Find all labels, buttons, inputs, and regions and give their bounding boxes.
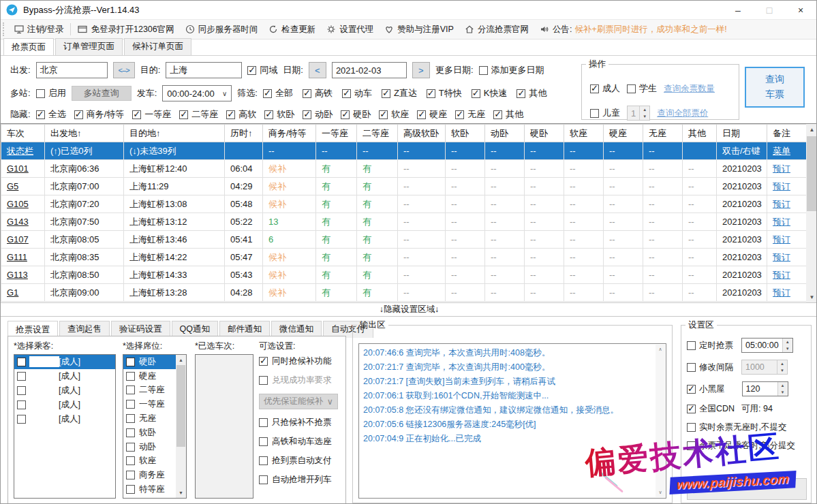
proxy-settings-button[interactable]: 设置代理	[321, 24, 379, 35]
multi-enable-checkbox[interactable]: 启用	[36, 87, 66, 99]
scroll-down-icon[interactable]: ▼	[176, 488, 186, 498]
tab-order-manage-page[interactable]: 订单管理页面	[55, 38, 123, 55]
train-number-link[interactable]: G113	[7, 270, 28, 280]
spin-down-icon[interactable]: ▼	[640, 113, 649, 120]
adult-checkbox[interactable]: 成人	[590, 82, 620, 95]
train-number-link[interactable]: G5	[7, 181, 18, 191]
book-link[interactable]: 预订	[773, 217, 790, 227]
table-row[interactable]: G5北京南07:00上海11:2904:29候补有有--------------…	[1, 178, 807, 195]
dest-input[interactable]: 上海	[166, 62, 242, 78]
filter-checkbox[interactable]: Z直达	[382, 87, 417, 99]
blackroom-stepper[interactable]: 120▲▼	[742, 381, 788, 396]
passenger-item[interactable]: [成人]	[14, 398, 115, 412]
table-header-row[interactable]: 车次出发地↑目的地↑历时↑商务/特等一等座二等座高级软卧软卧动卧硬卧软座硬座无座…	[1, 125, 807, 142]
seat-item[interactable]: 硬座	[123, 369, 176, 383]
book-link[interactable]: 预订	[773, 199, 790, 209]
option-checkbox[interactable]: 兑现成功率要求	[259, 375, 343, 386]
column-header[interactable]: 商务/特等	[263, 125, 316, 142]
spin-down-icon[interactable]: ▼	[778, 389, 788, 396]
column-header[interactable]: 其他	[683, 125, 717, 142]
column-header[interactable]: 硬座	[604, 125, 643, 142]
column-header[interactable]: 车次	[1, 125, 45, 142]
priority-waitlist-select[interactable]: 优先保证能候补∨	[259, 394, 338, 409]
scroll-down-icon[interactable]: ▼	[806, 292, 817, 303]
hide-checkbox[interactable]: 硬座	[417, 108, 447, 121]
seat-item[interactable]: 软座	[123, 454, 176, 469]
open-12306-button[interactable]: 免登录打开12306官网	[72, 24, 179, 35]
seat-item[interactable]: 软卧	[123, 426, 176, 440]
filter-checkbox[interactable]: 高铁	[303, 87, 333, 99]
table-row[interactable]: G101北京南06:36上海虹桥12:4006:04候补有有----------…	[1, 160, 807, 178]
official-site-button[interactable]: 分流抢票官网	[459, 24, 534, 35]
seat-item[interactable]: 特等座	[123, 482, 176, 497]
table-row[interactable]: G143北京南07:50上海虹桥13:1205:2213有有----------…	[1, 213, 807, 231]
timed-grab-time-stepper[interactable]: 05:00:00▲▼	[741, 338, 793, 353]
check-update-button[interactable]: 检查更新	[263, 24, 321, 35]
interval-stepper[interactable]: 1000▲▼	[741, 360, 788, 375]
table-scrollbar[interactable]: ▲ ▼	[806, 124, 817, 303]
close-button[interactable]: ×	[785, 1, 816, 20]
scroll-up-icon[interactable]: ∧	[656, 345, 665, 354]
date-input[interactable]: 2021-02-03	[332, 62, 407, 78]
seat-item[interactable]: 商务座	[123, 468, 176, 482]
tab-grab-ticket-page[interactable]: 抢票页面	[3, 38, 54, 56]
column-header[interactable]: 软座	[564, 125, 604, 142]
time-range-select[interactable]: 00:00-24:00∨	[162, 85, 232, 101]
sponsor-vip-button[interactable]: 赞助与注册VIP	[379, 24, 459, 35]
scroll-up-icon[interactable]: ▲	[806, 124, 817, 136]
seat-item[interactable]: 动卧	[123, 440, 176, 454]
option-checkbox[interactable]: 自动抢增开列车	[259, 474, 343, 486]
hide-checkbox[interactable]: 其他	[493, 108, 523, 121]
column-header[interactable]: 一等座	[316, 125, 357, 142]
book-link[interactable]: 预订	[773, 181, 790, 191]
option-checkbox[interactable]: 同时抢候补功能	[259, 356, 343, 367]
output-log[interactable]: 20:07:46:6 查询完毕，本次查询共用时:408毫秒。20:07:21:7…	[358, 343, 666, 499]
maximize-button[interactable]: □	[754, 1, 785, 20]
hide-checkbox[interactable]: 高软	[226, 108, 256, 121]
logout-login-button[interactable]: 注销/登录	[9, 24, 69, 35]
student-checkbox[interactable]: 学生	[627, 82, 657, 95]
spin-up-icon[interactable]: ▲	[777, 360, 787, 367]
no-seat-no-submit-checkbox[interactable]: 实时余票无座时,不提交	[687, 422, 786, 433]
book-link[interactable]: 预订	[773, 270, 790, 280]
child-checkbox[interactable]: 儿童	[590, 107, 620, 119]
table-row[interactable]: G105北京南07:20上海虹桥13:0805:48候补有有----------…	[1, 195, 807, 213]
same-city-checkbox[interactable]: 同域	[247, 64, 277, 76]
spin-up-icon[interactable]: ▲	[783, 338, 792, 345]
tab-waitlist-order-page[interactable]: 候补订单页面	[124, 38, 191, 55]
partial-submit-checkbox[interactable]: 余票不足乘客时,部分提交	[687, 440, 795, 452]
hide-checkbox[interactable]: 动卧	[303, 108, 333, 121]
book-link[interactable]: 预订	[773, 234, 790, 245]
filter-checkbox[interactable]: 全部	[263, 87, 293, 99]
query-tickets-button[interactable]: 查询 车票	[745, 67, 805, 108]
seat-item[interactable]: 硬卧	[123, 355, 176, 369]
train-number-link[interactable]: G105	[7, 199, 29, 209]
spin-up-icon[interactable]: ▲	[640, 106, 649, 113]
depart-input[interactable]: 北京	[36, 62, 108, 78]
hide-checkbox[interactable]: 无座	[455, 108, 485, 121]
query-remaining-link[interactable]: 查询余票数量	[664, 83, 715, 95]
modify-interval-checkbox[interactable]: 修改间隔	[687, 362, 733, 373]
book-link[interactable]: 预订	[773, 287, 790, 298]
title-bar[interactable]: Bypass-分流抢票--Ver1.14.43 – □ ×	[1, 1, 816, 20]
multi-station-query-button[interactable]: 多站查询	[72, 86, 132, 101]
hide-checkbox[interactable]: 二等座	[179, 108, 218, 121]
hide-checkbox[interactable]: 硬卧	[341, 108, 371, 121]
column-header[interactable]: 日期	[717, 125, 767, 142]
hide-checkbox[interactable]: 商务/特等	[74, 108, 125, 121]
column-header[interactable]: 出发地↑	[45, 125, 124, 142]
cdn-checkbox[interactable]: 全国CDN	[687, 403, 735, 415]
seat-item[interactable]: 一等座	[123, 397, 176, 411]
column-header[interactable]: 软卧	[446, 125, 485, 142]
selected-trains-listbox[interactable]	[195, 354, 253, 499]
table-row[interactable]: G1北京南09:00上海虹桥13:2804:28候补有有------------…	[1, 284, 807, 302]
sync-time-button[interactable]: 同步服务器时间	[180, 24, 264, 35]
table-row[interactable]: G113北京南08:50上海虹桥14:3305:43候补有有----------…	[1, 266, 807, 284]
passenger-item[interactable]: [成人]	[14, 383, 115, 398]
option-checkbox[interactable]: 高铁和动车选座	[259, 436, 343, 447]
timed-grab-checkbox[interactable]: 定时抢票	[687, 340, 733, 351]
output-scrollbar[interactable]: ∧ ∨	[656, 345, 665, 497]
spin-down-icon[interactable]: ▼	[783, 345, 792, 352]
blackroom-checkbox[interactable]: 小黑屋	[687, 383, 725, 395]
column-header[interactable]: 硬卧	[525, 125, 564, 142]
